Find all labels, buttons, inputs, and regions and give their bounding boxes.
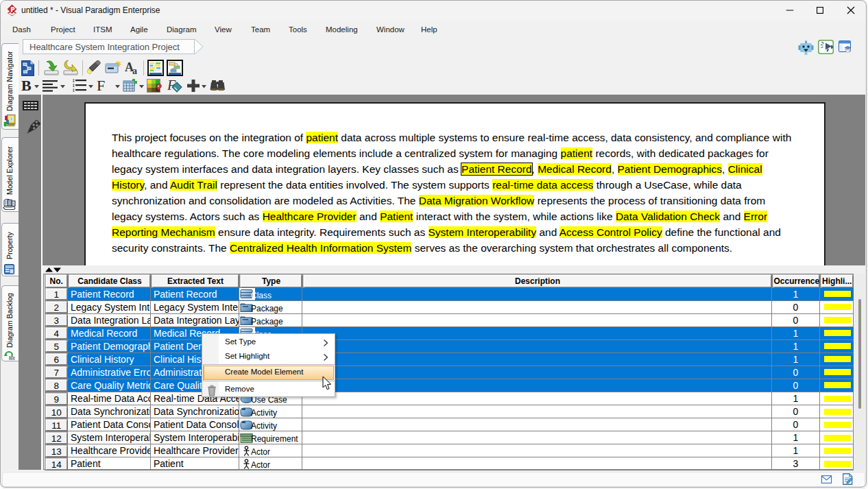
svg-text:a: a xyxy=(132,66,137,75)
